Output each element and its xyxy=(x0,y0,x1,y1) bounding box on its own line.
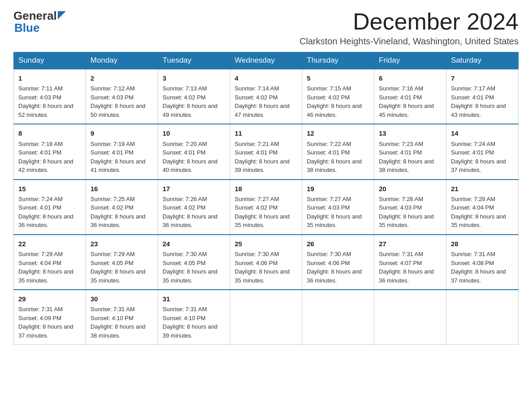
calendar-day-24: 24Sunrise: 7:30 AMSunset: 4:05 PMDayligh… xyxy=(158,235,230,290)
weekday-header-saturday: Saturday xyxy=(446,52,519,69)
day-info: Sunrise: 7:11 AMSunset: 4:03 PMDaylight:… xyxy=(18,84,81,119)
day-number: 22 xyxy=(18,239,81,249)
day-info: Sunrise: 7:18 AMSunset: 4:01 PMDaylight:… xyxy=(18,140,81,175)
day-info: Sunrise: 7:31 AMSunset: 4:07 PMDaylight:… xyxy=(379,250,442,285)
day-number: 8 xyxy=(18,128,81,138)
day-number: 29 xyxy=(18,294,81,304)
day-number: 4 xyxy=(235,73,297,83)
day-info: Sunrise: 7:29 AMSunset: 4:05 PMDaylight:… xyxy=(90,250,153,285)
day-number: 18 xyxy=(235,184,297,194)
day-number: 15 xyxy=(18,184,81,194)
calendar-day-13: 13Sunrise: 7:23 AMSunset: 4:01 PMDayligh… xyxy=(374,124,446,179)
weekday-header-friday: Friday xyxy=(374,52,446,69)
weekday-header-wednesday: Wednesday xyxy=(230,52,302,69)
empty-cell xyxy=(374,290,446,345)
day-info: Sunrise: 7:20 AMSunset: 4:01 PMDaylight:… xyxy=(163,140,225,175)
day-number: 10 xyxy=(163,128,225,138)
calendar-day-23: 23Sunrise: 7:29 AMSunset: 4:05 PMDayligh… xyxy=(86,235,158,290)
day-info: Sunrise: 7:31 AMSunset: 4:08 PMDaylight:… xyxy=(451,250,514,285)
day-number: 12 xyxy=(307,128,369,138)
day-info: Sunrise: 7:28 AMSunset: 4:04 PMDaylight:… xyxy=(451,195,514,230)
day-number: 17 xyxy=(163,184,225,194)
calendar-day-25: 25Sunrise: 7:30 AMSunset: 4:06 PMDayligh… xyxy=(230,235,302,290)
day-info: Sunrise: 7:31 AMSunset: 4:10 PMDaylight:… xyxy=(90,305,153,340)
day-info: Sunrise: 7:27 AMSunset: 4:02 PMDaylight:… xyxy=(235,195,297,230)
day-info: Sunrise: 7:30 AMSunset: 4:05 PMDaylight:… xyxy=(163,250,225,285)
empty-cell xyxy=(446,290,519,345)
weekday-header-tuesday: Tuesday xyxy=(158,52,230,69)
empty-cell xyxy=(230,290,302,345)
logo-triangle-icon xyxy=(58,11,66,19)
day-info: Sunrise: 7:14 AMSunset: 4:02 PMDaylight:… xyxy=(235,84,297,119)
day-info: Sunrise: 7:19 AMSunset: 4:01 PMDaylight:… xyxy=(90,140,153,175)
calendar-day-10: 10Sunrise: 7:20 AMSunset: 4:01 PMDayligh… xyxy=(158,124,230,179)
day-info: Sunrise: 7:17 AMSunset: 4:01 PMDaylight:… xyxy=(451,84,514,119)
calendar-day-2: 2Sunrise: 7:12 AMSunset: 4:03 PMDaylight… xyxy=(86,69,158,124)
day-number: 23 xyxy=(90,239,153,249)
day-number: 5 xyxy=(307,73,369,83)
day-info: Sunrise: 7:29 AMSunset: 4:04 PMDaylight:… xyxy=(18,250,81,285)
day-info: Sunrise: 7:27 AMSunset: 4:03 PMDaylight:… xyxy=(307,195,369,230)
day-number: 20 xyxy=(379,184,442,194)
calendar-week-1: 1Sunrise: 7:11 AMSunset: 4:03 PMDaylight… xyxy=(14,69,519,124)
day-number: 31 xyxy=(163,294,225,304)
day-number: 14 xyxy=(451,128,514,138)
day-number: 19 xyxy=(307,184,369,194)
calendar-day-30: 30Sunrise: 7:31 AMSunset: 4:10 PMDayligh… xyxy=(86,290,158,345)
calendar-day-18: 18Sunrise: 7:27 AMSunset: 4:02 PMDayligh… xyxy=(230,180,302,235)
calendar-day-12: 12Sunrise: 7:22 AMSunset: 4:01 PMDayligh… xyxy=(302,124,374,179)
day-number: 24 xyxy=(163,239,225,249)
day-number: 3 xyxy=(163,73,225,83)
day-number: 25 xyxy=(235,239,297,249)
day-info: Sunrise: 7:13 AMSunset: 4:02 PMDaylight:… xyxy=(163,84,225,119)
day-info: Sunrise: 7:30 AMSunset: 4:06 PMDaylight:… xyxy=(307,250,369,285)
calendar-day-16: 16Sunrise: 7:25 AMSunset: 4:02 PMDayligh… xyxy=(86,180,158,235)
day-number: 13 xyxy=(379,128,442,138)
calendar-day-7: 7Sunrise: 7:17 AMSunset: 4:01 PMDaylight… xyxy=(446,69,519,124)
day-info: Sunrise: 7:25 AMSunset: 4:02 PMDaylight:… xyxy=(90,195,153,230)
calendar-week-4: 22Sunrise: 7:29 AMSunset: 4:04 PMDayligh… xyxy=(14,235,519,290)
day-info: Sunrise: 7:24 AMSunset: 4:01 PMDaylight:… xyxy=(18,195,81,230)
month-title: December 2024 xyxy=(300,9,519,34)
day-number: 2 xyxy=(90,73,153,83)
day-info: Sunrise: 7:22 AMSunset: 4:01 PMDaylight:… xyxy=(307,140,369,175)
day-number: 6 xyxy=(379,73,442,83)
location-title: Clarkston Heights-Vineland, Washington, … xyxy=(300,36,519,47)
calendar-table: SundayMondayTuesdayWednesdayThursdayFrid… xyxy=(13,52,519,345)
day-number: 9 xyxy=(90,128,153,138)
day-info: Sunrise: 7:30 AMSunset: 4:06 PMDaylight:… xyxy=(235,250,297,285)
calendar-day-11: 11Sunrise: 7:21 AMSunset: 4:01 PMDayligh… xyxy=(230,124,302,179)
calendar-week-5: 29Sunrise: 7:31 AMSunset: 4:09 PMDayligh… xyxy=(14,290,519,345)
calendar-header: SundayMondayTuesdayWednesdayThursdayFrid… xyxy=(14,52,519,69)
calendar-day-3: 3Sunrise: 7:13 AMSunset: 4:02 PMDaylight… xyxy=(158,69,230,124)
calendar-day-29: 29Sunrise: 7:31 AMSunset: 4:09 PMDayligh… xyxy=(14,290,86,345)
day-number: 21 xyxy=(451,184,514,194)
day-info: Sunrise: 7:24 AMSunset: 4:01 PMDaylight:… xyxy=(451,140,514,175)
calendar-day-19: 19Sunrise: 7:27 AMSunset: 4:03 PMDayligh… xyxy=(302,180,374,235)
weekday-header-thursday: Thursday xyxy=(302,52,374,69)
day-number: 16 xyxy=(90,184,153,194)
calendar-day-9: 9Sunrise: 7:19 AMSunset: 4:01 PMDaylight… xyxy=(86,124,158,179)
day-info: Sunrise: 7:26 AMSunset: 4:02 PMDaylight:… xyxy=(163,195,225,230)
logo: General Blue xyxy=(13,9,66,35)
day-info: Sunrise: 7:16 AMSunset: 4:01 PMDaylight:… xyxy=(379,84,442,119)
day-number: 1 xyxy=(18,73,81,83)
day-number: 7 xyxy=(451,73,514,83)
logo-blue-text: Blue xyxy=(14,21,39,35)
calendar-day-17: 17Sunrise: 7:26 AMSunset: 4:02 PMDayligh… xyxy=(158,180,230,235)
day-number: 30 xyxy=(90,294,153,304)
calendar-day-21: 21Sunrise: 7:28 AMSunset: 4:04 PMDayligh… xyxy=(446,180,519,235)
calendar-day-20: 20Sunrise: 7:28 AMSunset: 4:03 PMDayligh… xyxy=(374,180,446,235)
calendar-day-31: 31Sunrise: 7:31 AMSunset: 4:10 PMDayligh… xyxy=(158,290,230,345)
calendar-day-6: 6Sunrise: 7:16 AMSunset: 4:01 PMDaylight… xyxy=(374,69,446,124)
day-info: Sunrise: 7:21 AMSunset: 4:01 PMDaylight:… xyxy=(235,140,297,175)
calendar-week-2: 8Sunrise: 7:18 AMSunset: 4:01 PMDaylight… xyxy=(14,124,519,179)
day-info: Sunrise: 7:23 AMSunset: 4:01 PMDaylight:… xyxy=(379,140,442,175)
calendar-day-8: 8Sunrise: 7:18 AMSunset: 4:01 PMDaylight… xyxy=(14,124,86,179)
calendar-day-1: 1Sunrise: 7:11 AMSunset: 4:03 PMDaylight… xyxy=(14,69,86,124)
day-info: Sunrise: 7:31 AMSunset: 4:09 PMDaylight:… xyxy=(18,305,81,340)
empty-cell xyxy=(302,290,374,345)
svg-marker-0 xyxy=(58,11,66,19)
calendar-day-28: 28Sunrise: 7:31 AMSunset: 4:08 PMDayligh… xyxy=(446,235,519,290)
day-number: 26 xyxy=(307,239,369,249)
